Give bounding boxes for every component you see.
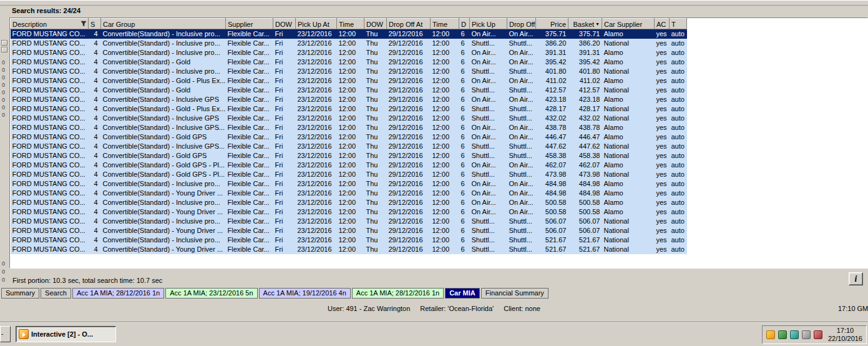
cell-s: 4 [89, 67, 101, 76]
tab-acc-1[interactable]: Acc 1A MIA; 28/12/2016 1n [72, 288, 164, 299]
column-header-drop-off-at[interactable]: Drop Off At [387, 19, 431, 29]
table-row[interactable]: FORD MUSTANG CO...4Convertible(Standard)… [11, 95, 687, 104]
table-row[interactable]: FORD MUSTANG CO...4Convertible(Standard)… [11, 48, 687, 57]
column-header-t[interactable]: T [670, 19, 687, 29]
cell-time: 12:00 [431, 217, 459, 226]
table-row[interactable]: FORD MUSTANG CO...4Convertible(Standard)… [11, 86, 687, 95]
column-header-time-back[interactable]: Time [431, 19, 459, 29]
tab-acc-4[interactable]: Acc 1A MIA; 28/12/2016 1n [352, 288, 444, 299]
cell-drop-off: On Air... [507, 179, 536, 189]
column-header-car-group[interactable]: Car Group [101, 19, 226, 29]
info-button[interactable]: i [849, 272, 863, 285]
column-header-pick-up[interactable]: Pick Up [470, 19, 507, 29]
column-header-price[interactable]: Price [536, 19, 568, 29]
column-label: DOW [366, 21, 383, 28]
column-header-dow-out[interactable]: DOW [273, 19, 296, 29]
cell-ac: yes [655, 198, 670, 207]
cell-supplier: Flexible Car... [226, 217, 273, 226]
column-header-supplier[interactable]: Supplier [226, 19, 273, 29]
cell-car-group: Convertible(Standard) - Inclusive pro... [101, 67, 226, 76]
tab-search[interactable]: Search [41, 288, 71, 299]
table-row[interactable]: FORD MUSTANG CO...4Convertible(Standard)… [11, 142, 687, 151]
cell-dow: Fri [273, 67, 296, 76]
cell-pick-up-at: 23/12/2016 [296, 217, 337, 226]
cell-drop-off: On Air... [507, 29, 536, 39]
tab-car-mia[interactable]: Car MIA [445, 288, 480, 299]
column-header-time-out[interactable]: Time [337, 19, 364, 29]
column-label: Time [432, 21, 447, 28]
table-row[interactable]: FORD MUSTANG CO...4Convertible(Standard)… [11, 114, 687, 123]
column-header-d[interactable]: D [459, 19, 470, 29]
cell-car-group: Convertible(Standard) - Young Driver ... [101, 226, 226, 235]
table-row[interactable]: FORD MUSTANG CO...4Convertible(Standard)… [11, 170, 687, 179]
table-row[interactable]: FORD MUSTANG CO...4Convertible(Standard)… [11, 217, 687, 226]
cell-time: 12:00 [431, 123, 459, 132]
cell-pick-up: Shuttl... [470, 170, 507, 179]
table-row[interactable]: FORD MUSTANG CO...4Convertible(Standard)… [11, 179, 687, 189]
cell-pick-up: Shuttl... [470, 235, 507, 245]
table-row[interactable]: FORD MUSTANG CO...4Convertible(Standard)… [11, 123, 687, 132]
table-row[interactable]: FORD MUSTANG CO...4Convertible(Standard)… [11, 189, 687, 198]
cell-basket: 438.78 [568, 123, 602, 132]
tab-financial-summary[interactable]: Financial Summary [481, 288, 549, 299]
table-row[interactable]: FORD MUSTANG CO...4Convertible(Standard)… [11, 198, 687, 207]
cell-pick-up: Shuttl... [470, 217, 507, 226]
cell-time: 12:00 [337, 170, 364, 179]
cell-t: auto [670, 86, 687, 95]
cell-t: auto [670, 226, 687, 235]
table-row[interactable]: FORD MUSTANG CO...4Convertible(Standard)… [11, 161, 687, 170]
cell-time: 12:00 [431, 226, 459, 235]
table-row[interactable]: FORD MUSTANG CO...4Convertible(Standard)… [11, 151, 687, 161]
filter-icon[interactable] [80, 21, 87, 27]
cell-drop-off: Shuttl... [507, 151, 536, 161]
cell-ac: yes [655, 245, 670, 254]
tab-summary[interactable]: Summary [1, 288, 39, 299]
tray-icon-4[interactable] [802, 330, 811, 339]
cell-drop-off: Shuttl... [507, 245, 536, 254]
tray-icon-3[interactable] [790, 330, 799, 339]
table-row[interactable]: FORD MUSTANG CO...4Convertible(Standard)… [11, 76, 687, 86]
cell-pick-up: Shuttl... [470, 142, 507, 151]
table-row[interactable]: FORD MUSTANG CO...4Convertible(Standard)… [11, 39, 687, 48]
cell-car-group: Convertible(Standard) - Young Driver ... [101, 189, 226, 198]
column-header-car-supplier[interactable]: Car Supplier [602, 19, 655, 29]
cell-car-supplier: Alamo [602, 179, 655, 189]
tray-icon-5[interactable] [814, 330, 822, 339]
table-row[interactable]: FORD MUSTANG CO...4Convertible(Standard)… [11, 104, 687, 114]
cell-price: 375.71 [536, 29, 568, 39]
tab-acc-3[interactable]: Acc 1A MIA; 19/12/2016 4n [259, 288, 351, 299]
table-row[interactable]: FORD MUSTANG CO...4Convertible(Standard)… [11, 132, 687, 142]
column-header-basket[interactable]: Basket [568, 19, 602, 29]
cell-supplier: Flexible Car... [226, 86, 273, 95]
table-row[interactable]: FORD MUSTANG CO...4Convertible(Standard)… [11, 29, 687, 39]
column-label: S [90, 21, 95, 28]
cell-car-group: Convertible(Standard) - Inclusive pro... [101, 39, 226, 48]
taskbar-button-interactive[interactable]: Interactive [2] - O... [16, 326, 116, 342]
table-row[interactable]: FORD MUSTANG CO...4Convertible(Standard)… [11, 226, 687, 235]
cell-description: FORD MUSTANG CO... [11, 179, 89, 189]
column-header-description[interactable]: Description [11, 19, 89, 29]
tray-icon-2[interactable] [778, 330, 787, 339]
cell-description: FORD MUSTANG CO... [11, 245, 89, 254]
taskbar-button-partial[interactable]: -F... [0, 326, 11, 342]
tab-acc-2[interactable]: Acc 1A MIA; 23/12/2016 5n [165, 288, 257, 299]
table-row[interactable]: FORD MUSTANG CO...4Convertible(Standard)… [11, 207, 687, 217]
column-header-dow-back[interactable]: DOW [364, 19, 387, 29]
table-row[interactable]: FORD MUSTANG CO...4Convertible(Standard)… [11, 67, 687, 76]
taskbar-clock[interactable]: 17:10 22/10/2016 [828, 327, 862, 343]
cell-basket: 458.38 [568, 151, 602, 161]
cell-description: FORD MUSTANG CO... [11, 198, 89, 207]
cell-car-group: Convertible(Standard) - Gold GPS - Pl... [101, 161, 226, 170]
column-header-pick-up-at[interactable]: Pick Up At [296, 19, 337, 29]
cell-time: 12:00 [431, 132, 459, 142]
table-row[interactable]: FORD MUSTANG CO...4Convertible(Standard)… [11, 235, 687, 245]
cell-time: 12:00 [337, 39, 364, 48]
tray-icon-1[interactable] [766, 330, 775, 339]
table-row[interactable]: FORD MUSTANG CO...4Convertible(Standard)… [11, 57, 687, 67]
table-row[interactable]: FORD MUSTANG CO...4Convertible(Standard)… [11, 245, 687, 254]
column-header-ac[interactable]: AC [655, 19, 670, 29]
column-header-drop-off[interactable]: Drop Off [507, 19, 536, 29]
cell-dow: Fri [273, 235, 296, 245]
column-header-s[interactable]: S [89, 19, 101, 29]
clock-time: 17:10 [828, 327, 862, 335]
